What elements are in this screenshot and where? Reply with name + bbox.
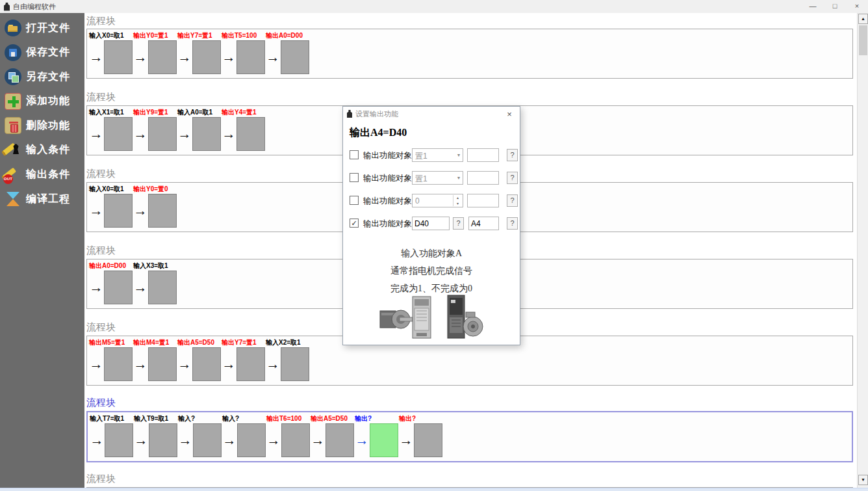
step-label: 输出Y7=置1 [222,338,265,347]
output-m-checkbox[interactable] [350,150,359,159]
flow-step-block[interactable] [281,423,310,457]
minimize-button[interactable]: — [802,0,824,13]
output-a-name-input[interactable] [468,217,499,230]
sidebar-button[interactable]: 删除功能 [5,117,84,134]
scroll-up-icon[interactable]: ▲ [858,14,868,24]
flow-step-block[interactable] [236,347,265,381]
dialog-close-button[interactable]: × [503,109,516,119]
flow-step-block[interactable] [414,423,442,457]
flow-step[interactable]: 输出Y7=置1 → [177,31,221,74]
output-m-value-input[interactable] [467,148,499,162]
scrollbar-thumb[interactable] [859,25,867,55]
scroll-down-icon[interactable]: ▼ [858,475,868,485]
flow-step[interactable]: 输出? → [398,414,442,457]
output-m-combo[interactable]: 置1▾ [412,148,463,162]
flow-step[interactable]: 输出A0=D00 → [265,31,309,74]
arrow-icon: → [177,424,193,457]
flow-block-container[interactable]: 输入X0=取1 → 输出Y0=置1 → 输出Y7=置1 → 输出T5=100 → [86,29,853,79]
output-a-d-value-input[interactable] [412,217,450,230]
output-t-help-button[interactable]: ? [507,194,518,207]
sidebar-button[interactable]: 输入条件 [5,142,84,159]
flow-step-block[interactable] [193,423,222,457]
flow-step-block[interactable] [104,117,133,151]
flow-step[interactable]: 输入X3=取1 → [133,261,177,304]
flow-step[interactable]: 输出Y7=置1 → [221,338,265,381]
flow-step[interactable]: 输入T7=取1 → [89,414,133,457]
flow-step-block[interactable] [326,423,354,457]
flow-step-block[interactable] [105,423,133,457]
flow-step[interactable]: 输出? → [354,414,398,457]
flow-step[interactable]: 输出Y9=置1 → [133,108,177,151]
flow-step-block[interactable] [148,40,177,74]
flow-step[interactable]: 输出T5=100 → [221,31,265,74]
output-t-checkbox[interactable] [350,196,359,205]
flow-step[interactable]: 输出Y4=置1 → [221,108,265,151]
servo-motor-image-2 [444,294,484,341]
arrow-icon: → [133,194,148,227]
flow-step[interactable]: 输入X1=取1 → [88,108,133,151]
spin-up-icon[interactable]: ▴ [453,195,462,201]
flow-step-block[interactable] [104,347,133,381]
save-file-icon [5,44,21,61]
output-a-help-button-1[interactable]: ? [453,217,464,230]
output-a-checkbox[interactable]: ✓ [350,219,359,228]
sidebar: 打开文件 保存文件 另存文件 添加功能 删除功能 [0,13,84,488]
sidebar-button[interactable]: 打开文件 [5,20,84,36]
flow-step-block[interactable] [281,40,309,74]
sidebar-button[interactable]: 编译工程 [5,191,84,207]
vertical-scrollbar[interactable]: ▲ ▼ [857,13,868,488]
output-y-help-button[interactable]: ? [507,172,518,184]
output-y-checkbox[interactable] [350,173,359,182]
flow-step[interactable]: 输出A0=D00 → [88,261,133,304]
flow-step-block[interactable] [148,194,177,228]
output-y-value-input[interactable] [467,171,499,185]
flow-step-block[interactable] [148,271,177,304]
dialog-titlebar: 设置输出功能 × [343,107,520,121]
flow-step-block[interactable] [148,347,177,381]
flow-step-block[interactable] [192,40,221,74]
flow-step[interactable]: 输出A5=D50 → [177,338,221,381]
flow-step[interactable]: 输入X0=取1 → [88,185,133,228]
flow-step[interactable]: 输出T6=100 → [266,414,310,457]
flow-step-block[interactable] [281,347,309,381]
spinner-buttons[interactable]: ▴▾ [453,195,462,206]
flow-step[interactable]: 输出A5=D50 → [310,414,354,457]
flow-block-container-selected[interactable]: 输入T7=取1 → 输入T9=取1 → 输入? → 输入? → [86,411,853,462]
flow-step[interactable]: 输出Y0=置1 → [133,31,177,74]
flow-step[interactable]: 输入X2=取1 → [265,338,309,381]
flow-step[interactable]: 输入? → [222,414,266,457]
flow-step-block[interactable] [236,117,265,151]
flow-step-block[interactable] [236,40,265,74]
servo-motor-image-1 [379,294,435,341]
step-label: 输出Y4=置1 [222,108,265,116]
flow-step[interactable]: 输出Y0=置0 → [133,185,177,228]
maximize-button[interactable]: □ [824,0,846,13]
output-m-help-button[interactable]: ? [507,149,518,161]
output-t-value-input[interactable] [467,194,499,207]
flow-step[interactable]: 输入? → [177,414,222,457]
flow-step-block[interactable] [237,423,266,457]
output-t-spinner[interactable]: 0▴▾ [412,194,463,207]
sidebar-button-label: 保存文件 [26,46,70,59]
sidebar-button[interactable]: 保存文件 [5,44,84,61]
sidebar-button[interactable]: 另存文件 [5,68,84,85]
output-y-combo[interactable]: 置1▾ [412,171,463,185]
spin-down-icon[interactable]: ▾ [453,201,462,207]
flow-step[interactable]: 输入T9=取1 → [133,414,177,457]
close-button[interactable]: × [846,0,868,13]
flow-step-block[interactable] [104,271,133,304]
flow-step-block[interactable] [104,40,133,74]
output-a-help-button-2[interactable]: ? [507,217,518,230]
flow-step-block[interactable] [104,194,133,228]
flow-step-block[interactable] [149,423,177,457]
flow-step-block[interactable] [192,347,221,381]
sidebar-button[interactable]: 添加功能 [5,93,84,110]
flow-step[interactable]: 输出M4=置1 → [133,338,177,381]
flow-step-block[interactable] [148,117,177,151]
flow-step[interactable]: 输出M5=置1 → [88,338,133,381]
flow-step-block[interactable] [192,117,221,151]
flow-step[interactable]: 输入X0=取1 → [88,31,133,74]
flow-step-block[interactable] [370,423,398,457]
flow-step[interactable]: 输入A0=取1 → [177,108,221,151]
sidebar-button[interactable]: OUT 输出条件 [5,166,84,183]
